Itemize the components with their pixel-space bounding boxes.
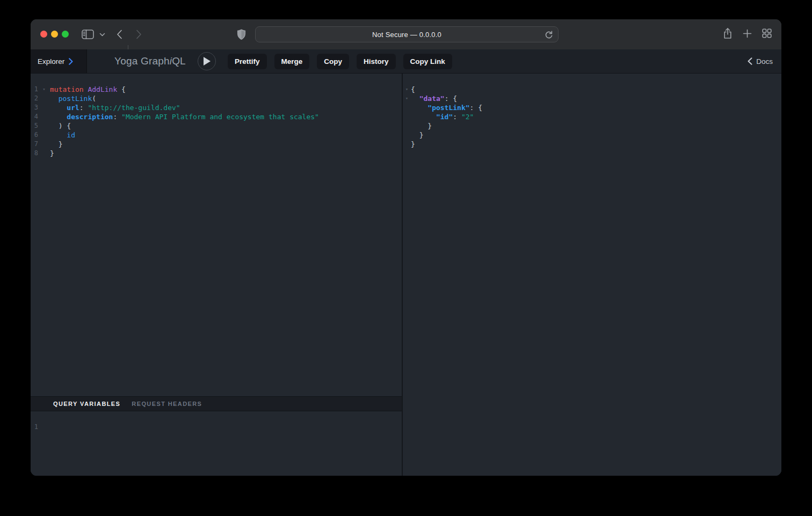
graphiql-content: 1▾mutation AddLink {2 postLink(3 url: "h… [31,74,781,476]
code-token: } [419,131,424,139]
forward-button[interactable] [136,30,142,39]
url-text: Not Secure — 0.0.0.0 [372,31,441,39]
browser-window: Not Secure — 0.0.0.0 [31,19,781,476]
code-token [411,122,427,130]
code-content: "postLink": { [411,103,482,112]
copy-button[interactable]: Copy [317,54,349,69]
desktop-background: Not Secure — 0.0.0.0 [0,0,812,516]
fold-spacer [403,112,411,121]
code-token: } [427,122,432,130]
fold-spacer [403,103,411,112]
fold-arrow-icon[interactable]: ▾ [38,85,50,94]
code-token: ( [92,95,96,103]
code-token [50,113,67,121]
toolbar-buttons: Prettify Merge Copy History Copy Link [228,54,452,69]
close-button[interactable] [40,31,47,38]
code-token: "2" [461,113,474,121]
code-token: description [67,113,113,121]
code-token: "data" [419,95,445,103]
query-variables-editor[interactable]: 1 [31,411,402,476]
app-title-suffix: QL [172,55,186,67]
prettify-button[interactable]: Prettify [228,54,267,69]
history-button[interactable]: History [357,54,396,69]
code-content: { [411,85,415,94]
query-editor[interactable]: 1▾mutation AddLink {2 postLink(3 url: "h… [31,74,402,396]
minimize-button[interactable] [51,31,58,38]
url-bar[interactable]: Not Secure — 0.0.0.0 [255,26,559,42]
code-line: 6 id [31,130,402,140]
share-button[interactable] [723,27,733,41]
merge-button[interactable]: Merge [274,54,310,69]
explorer-toggle[interactable]: Explorer [31,49,87,73]
tab-query-variables[interactable]: QUERY VARIABLES [53,401,120,407]
sidebar-toggle-button[interactable] [82,30,94,39]
app-title: Yoga GraphiQL [114,49,186,73]
tab-request-headers[interactable]: REQUEST HEADERS [132,401,202,407]
chevron-left-icon [117,30,122,39]
line-number: 1 [31,85,38,94]
copy-link-button[interactable]: Copy Link [403,54,452,69]
code-token: { [121,85,126,93]
code-token: { [411,85,415,93]
docs-toggle[interactable]: Docs [748,49,773,73]
code-line: 5 ) { [31,121,402,130]
fold-spacer [38,423,50,432]
zoom-button[interactable] [62,31,69,38]
code-content: } [411,130,423,140]
code-token: url [67,104,79,112]
code-token: } [59,140,63,148]
code-token: postLink [59,95,92,103]
chevron-down-icon [99,33,105,37]
line-number: 3 [31,103,38,112]
fold-spacer [38,130,50,140]
chevron-right-icon [136,30,142,39]
fold-spacer [38,149,50,158]
share-icon [723,27,733,39]
line-number: 7 [31,140,38,149]
line-number: 6 [31,130,38,140]
line-number: 1 [31,423,38,432]
code-content: ) { [50,121,71,130]
fold-arrow-icon[interactable]: ▾ [403,85,411,94]
new-tab-button[interactable] [743,29,752,40]
execute-query-button[interactable] [198,52,216,70]
code-content: description: "Modern API Platform and ec… [50,112,319,121]
code-content: postLink( [50,94,96,103]
code-token: : { [470,104,482,112]
code-token [50,131,67,139]
response-viewer[interactable]: ▾{▾ "data": { "postLink": { "id": "2" } … [403,74,781,149]
bottom-tabs-bar: QUERY VARIABLES REQUEST HEADERS [31,396,402,411]
code-line: 1▾mutation AddLink { [31,85,402,94]
fold-spacer [38,140,50,149]
app-title-prefix: Yoga Graph [114,55,170,67]
code-token: } [411,140,415,148]
line-number: 2 [31,94,38,103]
code-token [411,104,427,112]
code-token: id [67,131,75,139]
code-token: AddLink [88,85,117,93]
code-token: "Modern API Platform and ecosystem that … [121,113,319,121]
back-button[interactable] [117,30,122,39]
tab-overview-button[interactable] [762,28,772,40]
response-pane: ▾{▾ "data": { "postLink": { "id": "2" } … [403,74,781,476]
line-number: 8 [31,149,38,158]
play-icon [202,56,211,66]
sidebar-menu-button[interactable] [99,33,105,37]
chevron-right-icon [69,58,73,65]
code-line: 4 description: "Modern API Platform and … [31,112,402,121]
code-line: 1 [31,423,402,432]
browser-title-bar: Not Secure — 0.0.0.0 [31,19,781,49]
code-line: 7 } [31,140,402,149]
reload-button[interactable] [545,30,553,39]
code-line: } [403,140,781,149]
privacy-report-button[interactable] [237,29,246,40]
fold-arrow-icon[interactable]: ▾ [403,94,411,103]
chevron-left-icon [748,57,752,65]
fold-spacer [38,112,50,121]
code-token [411,113,436,121]
reload-icon [545,30,553,39]
code-token [117,85,121,93]
code-token [50,122,59,130]
chrome-right-controls [723,19,772,49]
code-content: url: "http://the-guild.dev" [50,103,180,112]
